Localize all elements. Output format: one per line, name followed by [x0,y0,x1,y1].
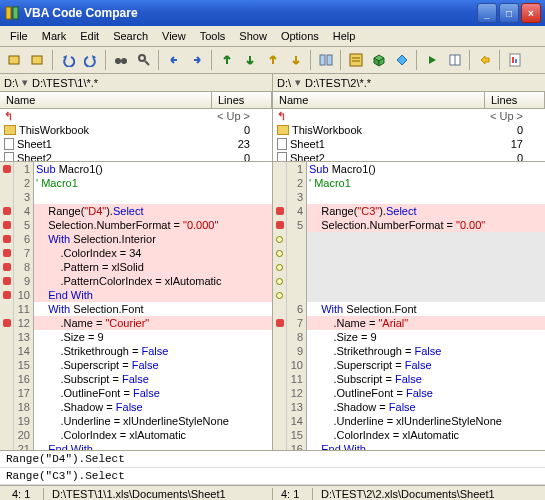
code-line[interactable]: .PatternColorIndex = xlAutomatic [34,274,272,288]
menu-options[interactable]: Options [275,28,325,44]
menu-mark[interactable]: Mark [36,28,72,44]
code-line[interactable]: Selection.NumberFormat = "0.000" [34,218,272,232]
code-line[interactable]: .ColorIndex = xlAutomatic [34,428,272,442]
code-line[interactable] [307,260,545,274]
code-line[interactable]: ' Macro1 [34,176,272,190]
report-button[interactable] [504,49,526,71]
tree-row[interactable]: Sheet123 [0,137,272,151]
menu-help[interactable]: Help [327,28,362,44]
diff-line-right[interactable]: Range("C3").Select [0,468,545,485]
app-icon [4,5,20,21]
code-line[interactable] [307,232,545,246]
col-lines[interactable]: Lines [485,92,545,108]
arrow-down-green-button[interactable] [239,49,261,71]
close-button[interactable]: × [521,3,541,23]
left-drive[interactable]: D:\ [4,77,18,89]
menu-edit[interactable]: Edit [74,28,105,44]
diamond-button[interactable] [391,49,413,71]
code-line[interactable]: ' Macro1 [307,176,545,190]
code-line[interactable]: .Name = "Courier" [34,316,272,330]
col-name[interactable]: Name [0,92,212,108]
up-row[interactable]: < Up > [208,110,268,122]
tree-view-button[interactable] [345,49,367,71]
right-drive[interactable]: D:\ [277,77,291,89]
arrow-down-yellow-button[interactable] [285,49,307,71]
code-line[interactable]: .Superscript = False [307,358,545,372]
arrow-up-yellow-button[interactable] [262,49,284,71]
code-line[interactable] [307,274,545,288]
find-next-button[interactable] [133,49,155,71]
code-line[interactable] [307,190,545,204]
code-line[interactable]: .Strikethrough = False [34,344,272,358]
tree-row[interactable]: ThisWorkbook0 [273,123,545,137]
left-code[interactable]: 12345678910111213141516171819202122 Sub … [0,162,272,450]
code-line[interactable]: With Selection.Font [307,302,545,316]
code-line[interactable]: .Superscript = False [34,358,272,372]
col-lines[interactable]: Lines [212,92,272,108]
code-line[interactable]: .Underline = xlUnderlineStyleNone [34,414,272,428]
menu-show[interactable]: Show [233,28,273,44]
code-line[interactable]: End With [307,442,545,450]
code-line[interactable]: .ColorIndex = xlAutomatic [307,428,545,442]
code-line[interactable]: .Size = 9 [307,330,545,344]
up-row[interactable]: < Up > [481,110,541,122]
tree-row[interactable]: Sheet20 [273,151,545,162]
tree-row[interactable]: Sheet117 [273,137,545,151]
tree-row[interactable]: ThisWorkbook0 [0,123,272,137]
code-line[interactable]: With Selection.Interior [34,232,272,246]
copy-left-button[interactable] [163,49,185,71]
copy-right-button[interactable] [186,49,208,71]
code-line[interactable]: .Shadow = False [307,400,545,414]
left-path[interactable]: D:\TEST\1\*.* [32,77,98,89]
right-code[interactable]: 1234567891011121314151617 Sub Macro1()' … [273,162,545,450]
code-line[interactable]: Sub Macro1() [307,162,545,176]
code-line[interactable] [34,190,272,204]
workbook-icon [277,125,289,135]
code-line[interactable]: .Subscript = False [34,372,272,386]
code-line[interactable]: .Pattern = xlSolid [34,260,272,274]
menu-search[interactable]: Search [107,28,154,44]
code-line[interactable]: Range("C3").Select [307,204,545,218]
code-line[interactable]: .Strikethrough = False [307,344,545,358]
code-line[interactable] [307,288,545,302]
code-line[interactable]: .Size = 9 [34,330,272,344]
redo-button[interactable] [80,49,102,71]
code-line[interactable]: .Name = "Arial" [307,316,545,330]
dual-pane-button[interactable] [315,49,337,71]
code-line[interactable]: With Selection.Font [34,302,272,316]
code-line[interactable]: Sub Macro1() [34,162,272,176]
code-line[interactable]: End With [34,442,272,450]
code-line[interactable] [307,246,545,260]
cube-button[interactable] [368,49,390,71]
arrow-up-green-button[interactable] [216,49,238,71]
code-line[interactable]: .ColorIndex = 34 [34,246,272,260]
menu-file[interactable]: File [4,28,34,44]
code-line[interactable]: .Subscript = False [307,372,545,386]
binoculars-button[interactable] [110,49,132,71]
right-tree[interactable]: Name Lines ↰< Up > ThisWorkbook0Sheet117… [273,92,545,162]
diff-line-left[interactable]: Range("D4").Select [0,451,545,468]
gutter-marker [273,176,286,190]
code-line[interactable]: Selection.NumberFormat = "0.00" [307,218,545,232]
minimize-button[interactable]: _ [477,3,497,23]
code-line[interactable]: .OutlineFont = False [307,386,545,400]
right-path[interactable]: D:\TEST\2\*.* [305,77,371,89]
col-name[interactable]: Name [273,92,485,108]
tree-row[interactable]: Sheet20 [0,151,272,162]
menu-tools[interactable]: Tools [194,28,232,44]
code-line[interactable]: Range("D4").Select [34,204,272,218]
menu-view[interactable]: View [156,28,192,44]
code-line[interactable]: .Shadow = False [34,400,272,414]
left-tree[interactable]: Name Lines ↰< Up > ThisWorkbook0Sheet123… [0,92,272,162]
doc-open-button[interactable] [4,49,26,71]
run-button[interactable] [474,49,496,71]
undo-button[interactable] [57,49,79,71]
pane-button[interactable] [444,49,466,71]
code-line[interactable]: .OutlineFont = False [34,386,272,400]
code-line[interactable]: .Underline = xlUnderlineStyleNone [307,414,545,428]
line-number: 8 [287,330,303,344]
play-button[interactable] [421,49,443,71]
maximize-button[interactable]: □ [499,3,519,23]
code-line[interactable]: End With [34,288,272,302]
doc-open-button[interactable] [27,49,49,71]
